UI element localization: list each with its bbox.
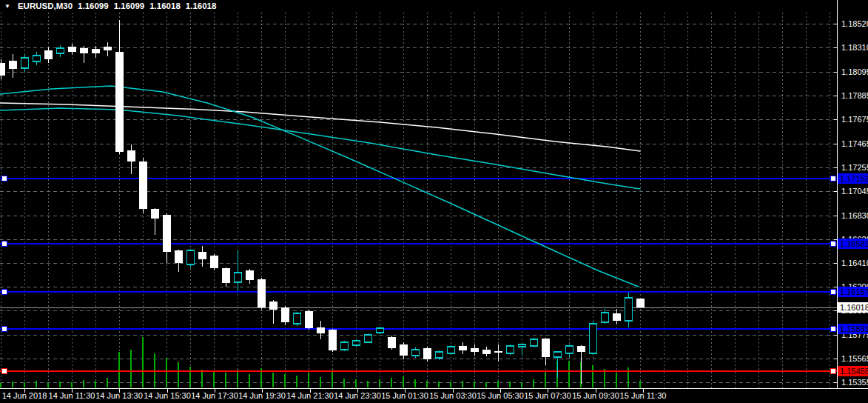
candle-body-bear: [258, 279, 266, 307]
price-axis-background: [838, 0, 868, 403]
time-axis-label: 14 Jun 19:30: [238, 391, 286, 400]
volume-bar: [178, 362, 179, 387]
candle-body-bear: [0, 63, 5, 76]
resistance-line-1-price-badge-label: 1.17152: [840, 174, 868, 183]
volume-bar: [166, 358, 167, 387]
volume-bar: [379, 379, 380, 387]
volume-bar: [332, 370, 333, 387]
candle-body-bull: [412, 350, 420, 356]
symbol-dropdown-icon[interactable]: ▼: [4, 2, 10, 10]
time-axis-label: 15 Jun 05:30: [477, 391, 524, 400]
candle-body-bear: [400, 344, 408, 356]
candle-body-bull: [353, 341, 360, 345]
price-axis-label: 1.17045: [841, 187, 868, 196]
volume-bar: [403, 376, 404, 387]
candle-body-bear: [613, 313, 621, 321]
symbol-timeframe-label: EURUSD,M30: [18, 1, 73, 10]
volume-bar: [284, 374, 286, 387]
volume-bar: [521, 382, 522, 387]
candle-body-bear: [636, 299, 645, 307]
chart-canvas[interactable]: 1.185201.183101.180951.178851.176751.174…: [0, 0, 868, 403]
volume-bar: [225, 373, 226, 387]
support-line-2-right-handle[interactable]: [830, 327, 835, 332]
candle-body-bear: [471, 348, 479, 352]
price-axis-label: 1.17675: [841, 115, 868, 124]
candle-body-bull: [21, 58, 29, 68]
candle-body-bear: [329, 330, 337, 350]
volume-bar: [474, 382, 475, 387]
candle-body-bear: [163, 215, 171, 252]
stop-level-line-right-handle[interactable]: [830, 369, 835, 374]
volume-bar: [497, 381, 499, 387]
candle-body-bull: [187, 250, 195, 264]
volume-bar: [308, 373, 309, 387]
price-axis-label: 1.18520: [841, 19, 868, 28]
candle-body-bear: [139, 161, 147, 209]
volume-bar: [533, 379, 534, 387]
candle-body-bear: [459, 346, 467, 350]
candle-body-bear: [577, 346, 585, 352]
volume-bar: [414, 379, 416, 387]
candle-body-bull: [625, 298, 633, 321]
candle-body-bull: [436, 352, 443, 358]
price-axis-label: 1.15355: [841, 378, 868, 387]
price-axis-label: 1.17255: [841, 163, 868, 172]
candle-body-bull: [377, 328, 384, 333]
low-value: 1.16018: [149, 1, 181, 10]
candle-body-bull: [531, 339, 538, 346]
candle-body-bull: [554, 352, 562, 357]
volume-bar: [426, 381, 428, 387]
resistance-line-2-left-handle[interactable]: [1, 242, 7, 247]
resistance-line-2-right-handle[interactable]: [830, 242, 835, 247]
candle-body-bear: [210, 256, 218, 268]
chart-window: 1.185201.183101.180951.178851.176751.174…: [0, 0, 868, 403]
support-line-1-right-handle[interactable]: [830, 290, 835, 295]
candle-body-bull: [341, 342, 349, 350]
stop-level-line-left-handle[interactable]: [1, 369, 7, 374]
chart-background: [0, 0, 868, 403]
volume-bar: [296, 376, 297, 387]
candle-body-bear: [9, 61, 17, 69]
time-axis-label: 15 Jun 01:30: [381, 391, 428, 400]
volume-bar: [343, 379, 345, 387]
support-line-2-left-handle[interactable]: [1, 327, 7, 332]
price-axis-label: 1.16830: [841, 211, 868, 220]
candle-body-bear: [175, 250, 183, 263]
volume-bar: [71, 382, 73, 387]
candle-body-bear: [127, 150, 135, 161]
volume-bar: [47, 383, 49, 387]
candle-body-bull: [57, 48, 64, 53]
candle-body-bear: [68, 47, 76, 52]
volume-bar: [485, 382, 487, 387]
candle-body-bull: [235, 273, 242, 282]
resistance-line-2-price-badge-label: 1.16581: [840, 239, 868, 248]
candle-body-bull: [365, 335, 372, 342]
volume-bar: [391, 378, 392, 387]
volume-bar: [142, 337, 144, 387]
resistance-line-1-left-handle[interactable]: [1, 176, 7, 181]
stop-level-line-price-badge-label: 1.15455: [840, 367, 868, 376]
candle-body-bear: [222, 268, 230, 283]
volume-bar: [118, 352, 120, 387]
volume-bar: [355, 379, 357, 387]
high-value: 1.16099: [114, 1, 145, 10]
support-line-1-left-handle[interactable]: [1, 290, 7, 295]
support-line-1-price-badge-label: 1.16157: [840, 287, 868, 296]
time-axis-label: 14 Jun 21:30: [286, 391, 334, 400]
candle-body-bull: [294, 313, 301, 324]
candle-body-bull: [602, 313, 609, 322]
volume-bar: [616, 373, 617, 387]
volume-bar: [639, 381, 641, 387]
candle-body-bear: [542, 339, 550, 357]
candle-body-bear: [80, 48, 88, 53]
volume-bar: [24, 382, 25, 387]
resistance-line-1-right-handle[interactable]: [830, 176, 835, 181]
time-axis-label: 14 Jun 17:30: [191, 391, 238, 400]
volume-bar: [367, 381, 369, 387]
volume-bar: [12, 382, 13, 387]
volume-bar: [568, 361, 570, 387]
volume-bar: [0, 383, 1, 387]
price-axis-label: 1.16410: [841, 259, 868, 267]
volume-bar: [107, 378, 108, 387]
candle-body-bear: [198, 252, 206, 259]
